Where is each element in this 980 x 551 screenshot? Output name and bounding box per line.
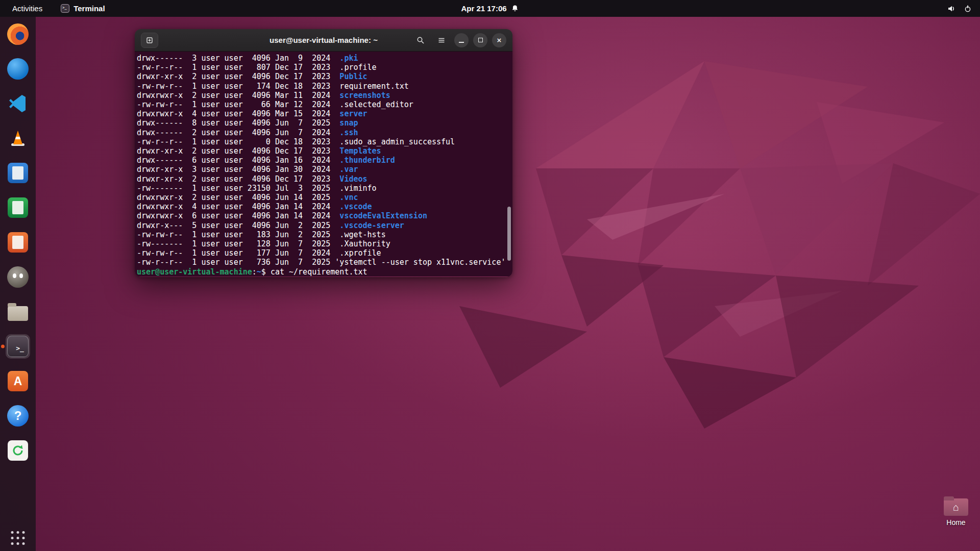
close-button[interactable]: × — [492, 33, 506, 47]
terminal-line: -rw-rw-r-- 1 user user 66 Mar 12 2024 .s… — [137, 100, 512, 109]
software-updater-icon — [8, 440, 28, 461]
vscode-icon — [8, 93, 28, 114]
close-icon: × — [497, 36, 502, 44]
terminal-line: drwxr-xr-x 2 user user 4096 Dec 17 2023 … — [137, 146, 512, 156]
terminal-line: drwxr-xr-x 2 user user 4096 Dec 17 2023 … — [137, 174, 512, 184]
terminal-prompt-line: user@user-virtual-machine:~$ cat ~/requi… — [137, 267, 512, 277]
new-tab-button[interactable] — [141, 33, 158, 48]
libreoffice-calc-icon — [8, 197, 28, 218]
focused-app-menu[interactable]: Terminal — [61, 4, 105, 13]
scrollbar-thumb[interactable] — [507, 207, 511, 261]
dock-item-software-updater[interactable] — [6, 438, 30, 463]
show-applications-button[interactable] — [11, 531, 25, 545]
prompt-path: ~ — [257, 267, 261, 277]
window-title: user@user-virtual-machine: ~ — [270, 36, 378, 44]
prompt-user: user@user-virtual-machine — [137, 267, 252, 277]
dock-item-gimp[interactable] — [6, 265, 30, 289]
terminal-line: drwxrwxr-x 2 user user 4096 Jun 14 2025 … — [137, 193, 512, 202]
search-icon — [416, 36, 425, 44]
search-button[interactable] — [412, 33, 429, 48]
libreoffice-writer-icon — [8, 163, 28, 183]
dock-item-libreoffice-writer[interactable] — [6, 161, 30, 185]
terminal-body[interactable]: drwx------ 3 user user 4096 Jan 9 2024 .… — [135, 52, 512, 277]
terminal-line: -rw-rw-r-- 1 user user 177 Jun 7 2024 .x… — [137, 248, 512, 258]
dock-item-help[interactable] — [6, 404, 30, 428]
maximize-icon — [478, 38, 483, 42]
hamburger-menu-icon — [437, 36, 446, 44]
help-icon — [7, 405, 29, 427]
terminal-line: -rw-rw-r-- 1 user user 183 Jun 2 2025 .w… — [137, 230, 512, 239]
terminal-icon — [7, 336, 29, 357]
libreoffice-impress-icon — [8, 232, 28, 253]
terminal-line: drwxrwxr-x 4 user user 4096 Jan 14 2024 … — [137, 202, 512, 211]
clock-button[interactable]: Apr 21 17:06 — [461, 0, 519, 17]
clock-label: Apr 21 17:06 — [461, 4, 506, 13]
dock-item-terminal[interactable] — [6, 334, 30, 359]
terminal-line: drwxr-xr-x 2 user user 4096 Dec 17 2023 … — [137, 72, 512, 81]
terminal-output: drwx------ 3 user user 4096 Jan 9 2024 .… — [137, 54, 512, 267]
gimp-icon — [7, 266, 29, 288]
home-folder-icon — [944, 496, 968, 516]
terminal-line: -rw-rw-r-- 1 user user 174 Dec 18 2023 r… — [137, 82, 512, 91]
files-folder-icon — [8, 306, 28, 321]
terminal-line: -rw-r--r-- 1 user user 736 Jun 7 2025 'y… — [137, 258, 512, 267]
dock-item-firefox[interactable] — [6, 22, 30, 46]
dock-item-files[interactable] — [6, 299, 30, 324]
thunderbird-icon — [7, 58, 29, 80]
terminal-line: -rw------- 1 user user 23150 Jul 3 2025 … — [137, 184, 512, 193]
terminal-line: drwxrwxr-x 6 user user 4096 Jan 14 2024 … — [137, 211, 512, 220]
top-bar: Activities Terminal Apr 21 17:06 — [0, 0, 980, 17]
dock-item-ubuntu-software[interactable] — [6, 369, 30, 393]
running-indicator-dot — [1, 345, 5, 348]
home-icon-label: Home — [946, 518, 965, 527]
desktop-home-icon[interactable]: Home — [936, 496, 976, 527]
terminal-line: -rw-r--r-- 1 user user 807 Dec 17 2023 .… — [137, 63, 512, 72]
prompt-separator: : — [252, 267, 257, 277]
terminal-line: drwx------ 3 user user 4096 Jan 9 2024 .… — [137, 54, 512, 63]
terminal-line: drwx------ 6 user user 4096 Jan 16 2024 … — [137, 156, 512, 165]
terminal-line: drwx------ 2 user user 4096 Jun 7 2024 .… — [137, 128, 512, 137]
show-applications-icon — [11, 531, 25, 545]
terminal-line: drwxrwxr-x 4 user user 4096 Mar 15 2024 … — [137, 109, 512, 118]
terminal-app-icon — [61, 4, 69, 13]
maximize-button[interactable] — [473, 33, 487, 47]
volume-icon — [947, 5, 955, 13]
menu-button[interactable] — [433, 33, 450, 48]
prompt-symbol: $ — [261, 267, 271, 277]
firefox-icon — [7, 23, 29, 45]
vlc-icon — [8, 128, 28, 148]
window-titlebar[interactable]: user@user-virtual-machine: ~ × — [135, 29, 512, 52]
focused-app-label: Terminal — [74, 4, 105, 13]
ubuntu-software-icon — [8, 371, 28, 391]
minimize-icon — [459, 42, 464, 43]
power-icon — [964, 5, 972, 13]
terminal-line: -rw-r--r-- 1 user user 0 Dec 18 2023 .su… — [137, 137, 512, 146]
terminal-line: drwxr-x--- 5 user user 4096 Jun 2 2025 .… — [137, 221, 512, 230]
minimize-button[interactable] — [454, 33, 469, 47]
terminal-line: drwxr-xr-x 3 user user 4096 Jan 30 2024 … — [137, 165, 512, 174]
dock-item-libreoffice-calc[interactable] — [6, 195, 30, 220]
terminal-window: user@user-virtual-machine: ~ × drwx-----… — [135, 29, 512, 277]
terminal-line: drwxrwxr-x 2 user user 4096 Mar 11 2024 … — [137, 91, 512, 100]
activities-button[interactable]: Activities — [7, 2, 47, 15]
terminal-line: -rw------- 1 user user 128 Jun 7 2025 .X… — [137, 239, 512, 248]
prompt-command: cat ~/requirement.txt — [271, 267, 368, 277]
dock — [0, 17, 36, 551]
notification-bell-icon — [511, 5, 519, 12]
dock-item-thunderbird[interactable] — [6, 57, 30, 81]
system-status-menu[interactable] — [947, 5, 980, 13]
new-tab-icon — [145, 36, 154, 44]
dock-item-libreoffice-impress[interactable] — [6, 230, 30, 255]
dock-item-vscode[interactable] — [6, 91, 30, 116]
dock-item-vlc[interactable] — [6, 126, 30, 151]
terminal-line: drwx------ 8 user user 4096 Jun 7 2025 s… — [137, 118, 512, 128]
